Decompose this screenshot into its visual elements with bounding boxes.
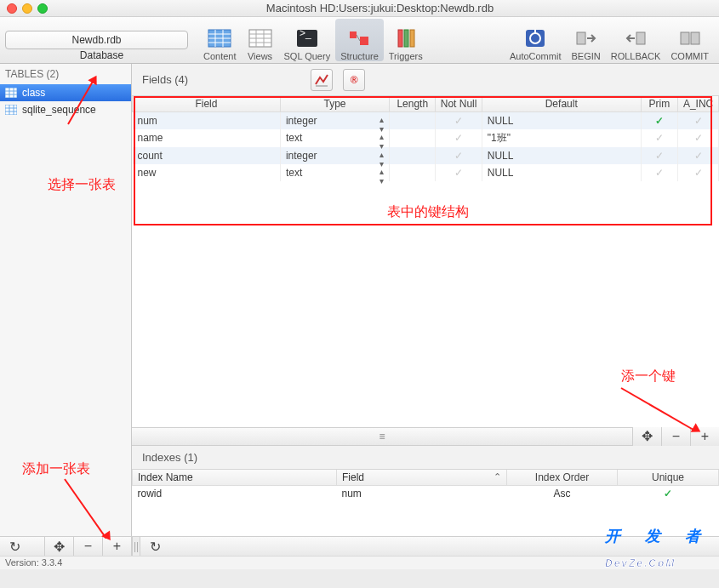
refresh-indexes-button[interactable]: ↻ — [140, 537, 169, 556]
autocommit-label: AutoCommit — [510, 51, 562, 61]
add-field-button[interactable]: + — [690, 427, 719, 446]
grip-icon[interactable]: ≡ — [132, 431, 632, 442]
begin-icon — [573, 26, 600, 50]
triggers-tab[interactable]: Triggers — [384, 19, 428, 61]
views-label: Views — [248, 51, 272, 61]
structure-icon — [345, 26, 373, 50]
col-default[interactable]: Default — [482, 96, 641, 112]
table-row[interactable]: newtext▴▾✓NULL✓✓ — [133, 164, 719, 181]
svg-rect-17 — [398, 30, 402, 47]
sidebar-item-sqlite-sequence[interactable]: sqlite_sequence — [0, 101, 131, 118]
content-tab[interactable]: Content — [198, 19, 242, 61]
remove-field-button[interactable]: − — [661, 427, 690, 446]
indexes-heading: Indexes (1) — [132, 446, 719, 470]
database-dropdown-value: Newdb.rdb — [71, 34, 121, 46]
svg-rect-26 — [691, 32, 699, 44]
footer-toolbar: ↻ ✥ − + || ↻ — [0, 536, 719, 556]
table-icon — [5, 105, 17, 115]
registered-button[interactable]: ® — [343, 69, 365, 91]
version-label: Version: 3.3.4 — [0, 556, 719, 569]
autocommit-button[interactable]: AutoCommit — [505, 19, 567, 61]
sqlquery-tab[interactable]: >_ SQL Query — [279, 19, 336, 61]
svg-rect-25 — [681, 32, 689, 44]
window-minimize-icon[interactable] — [22, 3, 32, 14]
begin-label: BEGIN — [571, 51, 600, 61]
structure-label: Structure — [340, 51, 379, 61]
table-row[interactable]: countinteger▴▾✓NULL✓✓ — [133, 147, 719, 164]
fields-grid-area: Field Type Length Not Null Default Prim … — [132, 96, 719, 427]
sqlquery-icon: >_ — [294, 26, 321, 50]
idx-col-field[interactable]: Field ⌃ — [337, 470, 507, 486]
svg-text:>_: >_ — [300, 28, 311, 39]
indexes-table[interactable]: Index Name Field ⌃ Index Order Unique ro… — [132, 470, 719, 503]
chart-icon — [314, 72, 329, 88]
rollback-icon — [622, 26, 649, 50]
window-zoom-icon[interactable] — [37, 3, 48, 14]
move-table-button[interactable]: ✥ — [44, 537, 73, 556]
sidebar-item-label: class — [22, 87, 45, 99]
col-notnull[interactable]: Not Null — [436, 96, 482, 112]
autocommit-icon — [522, 26, 549, 50]
sort-asc-icon: ⌃ — [494, 471, 501, 482]
sqlquery-label: SQL Query — [284, 51, 331, 61]
table-row[interactable]: nametext▴▾✓"1班"✓✓ — [133, 129, 719, 147]
col-prim[interactable]: Prim — [641, 96, 677, 112]
content-label: Content — [203, 51, 237, 61]
annotation-field-structure: 表中的键结构 — [387, 203, 469, 221]
begin-button[interactable]: BEGIN — [566, 19, 605, 61]
svg-rect-32 — [5, 105, 17, 115]
commit-icon — [676, 26, 704, 50]
commit-button[interactable]: COMMIT — [665, 19, 714, 61]
svg-marker-14 — [350, 31, 357, 38]
fields-heading: Fields (4) — [142, 73, 188, 86]
svg-rect-27 — [5, 88, 17, 98]
idx-col-name[interactable]: Index Name — [133, 470, 337, 486]
database-dropdown[interactable]: Newdb.rdb — [5, 31, 188, 49]
add-table-button[interactable]: + — [102, 537, 131, 556]
chart-button[interactable] — [311, 69, 333, 91]
structure-tab[interactable]: Structure — [335, 19, 384, 61]
svg-rect-18 — [404, 30, 408, 47]
refresh-tables-button[interactable]: ↻ — [0, 537, 29, 556]
table-row[interactable]: rowidnumAsc✓ — [133, 485, 719, 502]
database-label: Database — [80, 49, 123, 61]
tables-sidebar: TABLES (2) class sqlite_sequence — [0, 64, 132, 536]
title-bar: Macintosh HD:Users:jukui:Desktop:Newdb.r… — [0, 0, 719, 17]
svg-rect-24 — [636, 32, 645, 44]
col-length[interactable]: Length — [390, 96, 436, 112]
svg-line-16 — [357, 35, 360, 41]
remove-table-button[interactable]: − — [73, 537, 102, 556]
tables-heading: TABLES (2) — [0, 64, 131, 84]
window-title: Macintosh HD:Users:jukui:Desktop:Newdb.r… — [48, 2, 712, 14]
fields-header-row: Field Type Length Not Null Default Prim … — [133, 96, 719, 112]
sidebar-item-class[interactable]: class — [0, 84, 131, 101]
col-type[interactable]: Type — [280, 96, 389, 112]
table-icon — [5, 88, 17, 98]
views-tab[interactable]: Views — [242, 19, 279, 61]
main-toolbar: Newdb.rdb Database Content Views >_ SQL … — [0, 17, 719, 64]
fields-toolbar: ≡ ✥ − + — [132, 427, 719, 446]
svg-rect-19 — [410, 30, 414, 47]
idx-col-order[interactable]: Index Order — [507, 470, 618, 486]
views-icon — [247, 26, 274, 50]
table-row[interactable]: numinteger▴▾✓NULL✓✓ — [133, 112, 719, 129]
splitter-handle[interactable]: || — [132, 537, 140, 556]
registered-icon: ® — [351, 74, 358, 86]
col-field[interactable]: Field — [133, 96, 281, 112]
rollback-label: ROLLBACK — [611, 51, 661, 61]
move-field-button[interactable]: ✥ — [632, 427, 661, 446]
fields-table[interactable]: Field Type Length Not Null Default Prim … — [132, 96, 719, 181]
svg-rect-23 — [577, 32, 585, 44]
content-icon — [206, 26, 233, 50]
svg-marker-15 — [360, 37, 368, 45]
commit-label: COMMIT — [670, 51, 709, 61]
fields-header: Fields (4) ® — [132, 64, 719, 96]
triggers-label: Triggers — [389, 51, 423, 61]
indexes-grid-area: Index Name Field ⌃ Index Order Unique ro… — [132, 470, 719, 537]
col-ainc[interactable]: A_INC — [678, 96, 719, 112]
idx-col-unique[interactable]: Unique — [618, 470, 719, 486]
triggers-icon — [392, 26, 419, 50]
rollback-button[interactable]: ROLLBACK — [606, 19, 666, 61]
sidebar-item-label: sqlite_sequence — [22, 104, 96, 116]
window-close-icon[interactable] — [7, 3, 17, 14]
